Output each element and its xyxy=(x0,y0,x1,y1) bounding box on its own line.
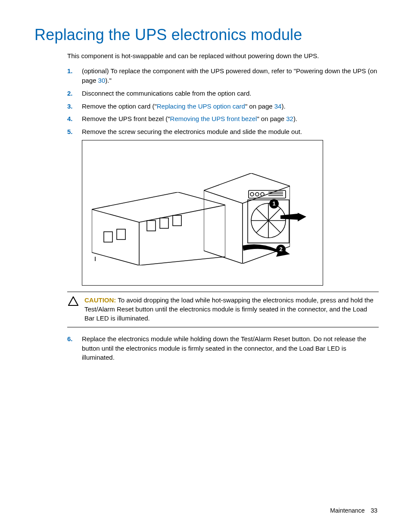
footer-section: Maintenance xyxy=(330,507,364,514)
cross-reference-link[interactable]: 34 xyxy=(274,103,282,110)
procedure-list: 1.(optional) To replace the component wi… xyxy=(67,66,379,137)
svg-marker-35 xyxy=(280,213,306,221)
step-number: 1. xyxy=(67,66,82,85)
procedure-step: 1.(optional) To replace the component wi… xyxy=(67,66,379,85)
footer-page-number: 33 xyxy=(371,507,377,514)
svg-rect-5 xyxy=(117,229,125,240)
step-number: 5. xyxy=(67,127,82,137)
callout-1: 1 xyxy=(269,199,279,208)
procedure-step: 4.Remove the UPS front bezel ("Removing … xyxy=(67,114,379,124)
page-footer: Maintenance 33 xyxy=(330,507,377,514)
step-number: 4. xyxy=(67,114,82,124)
cross-reference-link[interactable]: 30 xyxy=(98,77,106,84)
page-title: Replacing the UPS electronics module xyxy=(34,26,379,44)
svg-point-17 xyxy=(255,193,259,196)
svg-rect-6 xyxy=(147,221,156,231)
arrow-remove-screw xyxy=(280,213,306,222)
svg-marker-36 xyxy=(68,297,78,305)
svg-rect-8 xyxy=(173,215,181,226)
step-number: 3. xyxy=(67,102,82,111)
step-text: Remove the screw securing the electronic… xyxy=(82,127,302,137)
caution-icon xyxy=(67,296,82,323)
svg-line-1 xyxy=(92,209,139,222)
step-number: 2. xyxy=(67,89,82,98)
procedure-step: 6.Replace the electronics module while h… xyxy=(67,334,379,362)
caution-block: CAUTION: To avoid dropping the load whil… xyxy=(67,292,379,327)
figure-container: 1 2 xyxy=(82,140,379,286)
step-text: Remove the UPS front bezel ("Removing th… xyxy=(82,114,297,124)
step-text: (optional) To replace the component with… xyxy=(82,66,379,85)
caution-body: To avoid dropping the load while hot-swa… xyxy=(84,296,374,322)
svg-line-12 xyxy=(204,190,243,203)
step-text: Replace the electronics module while hol… xyxy=(82,334,379,362)
illustration-electronics-module: 1 2 xyxy=(82,140,323,286)
procedure-step: 5.Remove the screw securing the electron… xyxy=(67,127,379,137)
svg-line-13 xyxy=(243,186,290,203)
svg-point-18 xyxy=(261,193,264,196)
intro-paragraph: This component is hot-swappable and can … xyxy=(67,52,379,60)
cross-reference-link[interactable]: Removing the UPS front bezel xyxy=(170,115,257,122)
step-number: 6. xyxy=(67,334,82,362)
cross-reference-link[interactable]: Replacing the UPS option card xyxy=(157,103,245,110)
step-text: Disconnect the communications cable from… xyxy=(82,89,252,98)
procedure-step: 2.Disconnect the communications cable fr… xyxy=(67,89,379,98)
svg-rect-7 xyxy=(160,218,168,228)
svg-rect-4 xyxy=(104,232,112,242)
callout-2: 2 xyxy=(276,245,286,254)
cross-reference-link[interactable]: 32 xyxy=(286,115,293,122)
document-page: Replacing the UPS electronics module Thi… xyxy=(0,0,411,532)
procedure-step: 3.Remove the option card ("Replacing the… xyxy=(67,102,379,111)
svg-point-16 xyxy=(250,193,254,196)
step-text: Remove the option card ("Replacing the U… xyxy=(82,102,286,111)
caution-label: CAUTION: xyxy=(84,296,116,304)
procedure-list-continued: 6.Replace the electronics module while h… xyxy=(67,334,379,362)
caution-text: CAUTION: To avoid dropping the load whil… xyxy=(82,296,379,323)
